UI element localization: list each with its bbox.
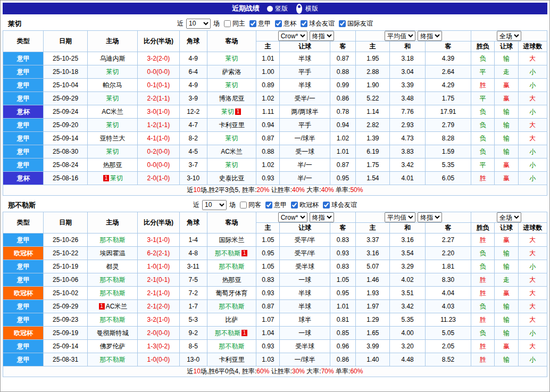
team-name: AC米兰: [102, 108, 123, 115]
result-goals: 小: [518, 65, 547, 79]
avg-away: 4.39: [425, 52, 471, 65]
odds-company-select[interactable]: Crow*: [278, 31, 307, 41]
filter-checkbox[interactable]: [323, 202, 330, 208]
avg-home: 3.16: [356, 247, 390, 260]
layout-radio-vertical[interactable]: 竖版: [267, 4, 288, 13]
final-odds-select[interactable]: 终指: [418, 31, 442, 41]
match-row: 意甲25-10-18莱切0-0(0-0)6-4萨索洛1.00平手0.882.88…: [3, 65, 547, 79]
odds-handicap: 平手: [280, 119, 330, 132]
filter-option[interactable]: 意甲: [247, 19, 271, 28]
odds-company-select[interactable]: Crow*: [278, 212, 307, 222]
match-date: 25-10-06: [44, 273, 87, 287]
odds-home: 0.87: [256, 132, 280, 145]
team-name: 葡萄牙体育: [216, 289, 248, 297]
filter-option[interactable]: 同主: [221, 19, 245, 28]
section-team-name: 莱切: [8, 19, 22, 29]
match-count-select[interactable]: 10: [202, 200, 227, 210]
away-team: 那不勒斯1: [207, 247, 256, 260]
filter-checkbox[interactable]: [275, 20, 282, 27]
avg-value-select[interactable]: 平均值: [385, 31, 415, 41]
filter-option[interactable]: 球会友谊: [298, 19, 335, 28]
home-team: 佛罗伦萨: [87, 340, 137, 353]
result-handicap: 赢: [495, 233, 518, 247]
match-row: 意杯25-08-161莱切2-0(1-0)3-10史泰比亚0.93半/一0.95…: [3, 172, 547, 185]
result-handicap: 赢: [495, 159, 518, 172]
filter-checkbox[interactable]: [265, 202, 272, 208]
avg-away: 17.91: [425, 105, 471, 119]
odds-handicap: 一/球半: [280, 353, 330, 366]
avg-home: 5.07: [356, 260, 390, 273]
avg-away: 6.05: [425, 172, 471, 185]
away-team: 卡利亚里: [207, 119, 256, 132]
filter-option[interactable]: 意杯: [272, 19, 296, 28]
avg-away: 2.20: [425, 247, 471, 260]
team-sections: 莱切近10场同主意甲意杯球会友谊国际友谊类型日期主场比分(半场)角球客场Crow…: [3, 18, 547, 377]
home-team: 那不勒斯: [87, 273, 137, 287]
red-card-badge: 1: [235, 109, 241, 115]
result-goals: 小: [518, 172, 547, 185]
odds-handicap: 两/两球半: [280, 105, 330, 119]
avg-value-select[interactable]: 平均值: [385, 212, 415, 222]
avg-home: 3.37: [356, 233, 390, 247]
filter-checkbox[interactable]: [339, 20, 346, 27]
odds-away: 0.85: [330, 327, 355, 340]
summary-text: 场,胜2平3负5, 胜率:: [201, 186, 256, 194]
team-name: 乌迪内斯: [99, 55, 125, 62]
result-outcome: 平: [471, 65, 495, 79]
filter-option[interactable]: 国际友谊: [336, 19, 373, 28]
final-odds-select[interactable]: 终指: [418, 212, 442, 222]
avg-away: 2.79: [425, 119, 471, 132]
result-goals: 小: [518, 105, 547, 119]
filter-option-label: 同客: [248, 201, 261, 210]
filter-checkbox[interactable]: [301, 20, 307, 27]
avg-draw: 3.48: [390, 92, 425, 105]
filter-option[interactable]: 同客: [237, 201, 261, 210]
column-header: 日期: [44, 212, 87, 233]
filter-checkbox[interactable]: [249, 20, 256, 27]
section-header: 那不勒斯近10场同客意甲欧冠杯球会友谊: [3, 199, 547, 211]
team-name: 那不勒斯: [99, 236, 125, 244]
odds-away: 1.01: [330, 300, 355, 313]
match-date: 25-08-30: [44, 145, 87, 159]
avg-away: 4.04: [425, 287, 471, 300]
competition-badge: 意甲: [3, 340, 44, 353]
score: 1-3(0-2): [138, 340, 179, 353]
match-date: 25-10-22: [44, 247, 87, 260]
corners: 3-10: [179, 172, 207, 185]
odds-away: 1.01: [330, 145, 355, 159]
full-match-select[interactable]: 全场: [497, 212, 521, 222]
column-subheader: 主: [256, 223, 280, 233]
filter-option[interactable]: 意甲: [263, 201, 287, 210]
filter-option[interactable]: 球会友谊: [320, 201, 357, 210]
final-odds-select[interactable]: 终指: [310, 31, 334, 41]
match-count-select[interactable]: 10: [186, 19, 211, 29]
team-name: 那不勒斯: [99, 289, 125, 297]
layout-radio-horizontal[interactable]: 横版: [295, 4, 318, 14]
result-handicap: 赢: [495, 172, 518, 185]
final-odds-select[interactable]: 终指: [310, 212, 334, 222]
filter-option[interactable]: 欧冠杯: [288, 201, 319, 210]
filter-checkbox[interactable]: [240, 202, 247, 208]
filter-checkbox[interactable]: [224, 20, 231, 27]
team-name: 莱切: [226, 135, 238, 142]
home-team: 那不勒斯: [87, 233, 137, 247]
match-date: 25-10-02: [44, 287, 87, 300]
away-team: 莱切: [207, 159, 256, 172]
odds-away: 0.83: [330, 260, 355, 273]
filter-checkbox[interactable]: [291, 202, 298, 208]
result-outcome: 胜: [471, 287, 495, 300]
score: 2-1(2-0): [138, 300, 179, 313]
team-name: 卡利亚里: [219, 356, 245, 363]
home-team: 1莱切: [87, 172, 137, 185]
filter-option-label: 球会友谊: [331, 201, 357, 210]
result-handicap: 赢: [495, 79, 518, 92]
result-goals: 小: [518, 327, 547, 340]
match-row: 意杯25-09-24AC米兰3-0(1-0)12-2莱切11.11两/两球半0.…: [3, 105, 547, 119]
result-handicap: 输: [495, 260, 518, 273]
avg-draw: 3.83: [390, 145, 425, 159]
summary-text: 70%: [321, 368, 334, 375]
full-match-select[interactable]: 全场: [497, 31, 521, 41]
column-subheader: 客: [330, 41, 355, 52]
odds-home: 1.02: [256, 92, 280, 105]
column-header: 角球: [179, 212, 207, 233]
